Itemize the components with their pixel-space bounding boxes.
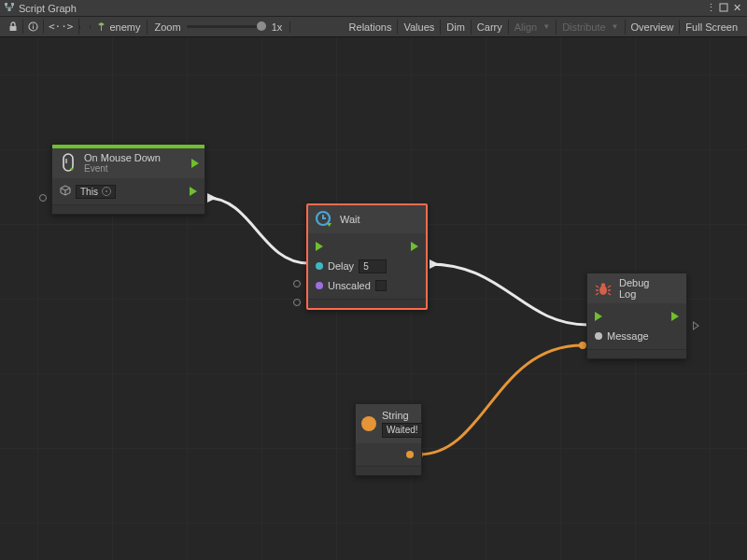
node-wait[interactable]: Wait Delay 5 Unscaled <box>306 203 428 310</box>
flow-out-port[interactable] <box>190 187 197 196</box>
window-title: Script Graph <box>19 3 77 14</box>
window-menu-icon[interactable]: ⋮ <box>704 2 717 14</box>
graph-object-selector[interactable]: enemy <box>91 20 148 35</box>
wait-clock-icon <box>314 209 334 230</box>
zoom-value: 1x <box>272 21 283 33</box>
delay-label: Delay <box>328 260 354 272</box>
info-button[interactable] <box>23 20 44 34</box>
flow-in-port[interactable] <box>595 312 602 321</box>
carry-button[interactable]: Carry <box>472 20 509 35</box>
svg-rect-0 <box>5 3 7 6</box>
svg-point-11 <box>579 342 586 349</box>
flow-out-port[interactable] <box>671 312 679 321</box>
relations-button[interactable]: Relations <box>344 20 399 35</box>
node-title: On Mouse Down <box>84 152 161 163</box>
node-title: Wait <box>340 214 360 225</box>
zoom-slider[interactable] <box>187 25 266 28</box>
window-close-button[interactable]: ✕ <box>730 2 743 14</box>
node-debug-log[interactable]: Debug Log Message <box>586 273 687 359</box>
dim-button[interactable]: Dim <box>441 20 472 35</box>
breadcrumb-separator <box>79 25 91 29</box>
lock-button[interactable] <box>4 20 23 34</box>
delay-input-port[interactable] <box>316 262 323 270</box>
node-string[interactable]: String Waited! <box>355 403 422 476</box>
node-on-mouse-down[interactable]: On Mouse Down Event This <box>51 144 205 215</box>
svg-marker-8 <box>207 193 217 203</box>
unscaled-checkbox[interactable] <box>375 280 387 291</box>
node-title: String <box>382 410 423 421</box>
zoom-control: Zoom 1x <box>148 21 291 33</box>
input-port[interactable] <box>293 299 301 306</box>
node-subtitle: Log <box>619 288 649 300</box>
string-type-icon <box>361 415 376 432</box>
message-label: Message <box>607 330 649 342</box>
svg-marker-9 <box>430 259 439 269</box>
string-output-port[interactable] <box>406 451 414 458</box>
overview-button[interactable]: Overview <box>626 20 681 35</box>
toolbar: <··> enemy Zoom 1x Relations Values Dim … <box>0 17 747 37</box>
message-input-port[interactable] <box>595 332 602 340</box>
unscaled-label: Unscaled <box>328 280 371 291</box>
svg-rect-1 <box>11 3 14 6</box>
window-titlebar: Script Graph ⋮ ✕ <box>0 0 747 17</box>
delay-field[interactable]: 5 <box>359 259 387 273</box>
unscaled-input-port[interactable] <box>316 282 323 289</box>
window-maximize-button[interactable] <box>717 3 730 14</box>
graph-canvas[interactable]: On Mouse Down Event This <box>0 37 747 560</box>
svg-rect-6 <box>33 26 34 30</box>
svg-rect-7 <box>33 24 34 25</box>
code-button[interactable]: <··> <box>44 19 79 35</box>
svg-rect-4 <box>10 26 17 31</box>
zoom-label: Zoom <box>155 21 181 33</box>
graph-object-label: enemy <box>110 21 141 33</box>
input-port[interactable] <box>39 194 47 202</box>
align-dropdown[interactable]: Align▼ <box>509 20 557 35</box>
chevron-down-icon: ▼ <box>543 22 550 31</box>
object-cube-icon <box>60 185 71 198</box>
values-button[interactable]: Values <box>398 20 441 35</box>
target-object-value: This <box>80 187 98 197</box>
script-graph-icon <box>4 2 15 15</box>
flow-out-port[interactable] <box>191 159 199 168</box>
svg-rect-3 <box>720 4 727 11</box>
flow-in-port[interactable] <box>316 242 323 251</box>
bug-icon <box>593 278 613 299</box>
node-title: Debug <box>619 277 649 288</box>
flow-out-external[interactable] <box>693 321 699 330</box>
svg-rect-2 <box>8 8 11 11</box>
chevron-down-icon: ▼ <box>612 22 619 31</box>
svg-point-15 <box>601 283 605 287</box>
string-value-field[interactable]: Waited! <box>382 423 423 438</box>
fullscreen-button[interactable]: Full Screen <box>680 20 743 35</box>
target-object-field[interactable]: This <box>76 185 116 199</box>
mouse-event-icon <box>58 153 78 174</box>
node-subtitle: Event <box>84 163 161 175</box>
object-picker-icon[interactable] <box>102 187 111 196</box>
flow-out-port[interactable] <box>411 242 418 251</box>
input-port[interactable] <box>293 280 301 287</box>
distribute-dropdown[interactable]: Distribute▼ <box>557 20 625 35</box>
